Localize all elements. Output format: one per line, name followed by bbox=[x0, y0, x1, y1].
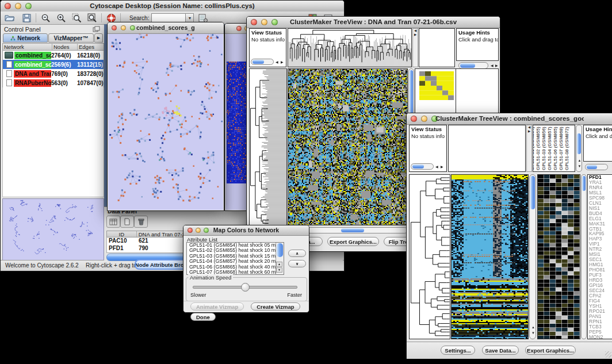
column-dendrogram-canvas[interactable] bbox=[288, 29, 411, 67]
close-button[interactable] bbox=[236, 26, 242, 31]
heatmap-vertical-scrollbar[interactable]: ▲ ▼ bbox=[529, 174, 536, 339]
zoom-heatmap-canvas[interactable] bbox=[538, 175, 580, 339]
minimize-button[interactable] bbox=[121, 25, 126, 30]
scroll-down-icon[interactable]: ▼ bbox=[531, 331, 535, 335]
column-dendrogram-panel[interactable] bbox=[288, 28, 412, 67]
zoom-button[interactable] bbox=[130, 25, 135, 30]
row-dendrogram-canvas[interactable] bbox=[410, 175, 450, 339]
resize-grip[interactable] bbox=[605, 351, 611, 358]
minimize-button[interactable] bbox=[261, 19, 267, 25]
new-attribute-icon[interactable] bbox=[120, 216, 134, 228]
column-nodes[interactable]: Nodes bbox=[52, 44, 78, 50]
table-view-icon[interactable] bbox=[106, 216, 120, 228]
heatmap-panel[interactable] bbox=[451, 174, 529, 339]
column-tree-panel[interactable] bbox=[448, 125, 526, 172]
column-scroll-arrows[interactable]: ◀▶ bbox=[412, 28, 418, 67]
column-network[interactable]: Network bbox=[3, 44, 52, 50]
main-title-bar[interactable]: Cytoscape Desktop (Session Name: collins… bbox=[1, 1, 344, 12]
float-panel-icon[interactable] bbox=[93, 26, 100, 32]
zoom-in-icon[interactable] bbox=[55, 13, 67, 24]
export-graphics-button[interactable]: Export Graphics... bbox=[327, 237, 379, 246]
attribute-listbox: GPL51-01 (GSM854) heat shock 05 minGPL51… bbox=[186, 242, 284, 275]
background-window-title-bar[interactable] bbox=[225, 24, 248, 34]
treeview1-title-bar[interactable]: ClusterMaker TreeView : DNA and Tran 07-… bbox=[247, 17, 500, 28]
close-button[interactable] bbox=[5, 3, 11, 9]
close-button[interactable] bbox=[112, 25, 117, 30]
scroll-right-icon[interactable]: ▶ bbox=[441, 165, 443, 168]
column-id[interactable]: ID bbox=[107, 231, 137, 237]
network-overview-panel[interactable] bbox=[2, 198, 104, 260]
dense-network-canvas[interactable] bbox=[225, 34, 247, 210]
open-folder-icon[interactable] bbox=[3, 13, 16, 24]
usage-hints-scrollbar[interactable] bbox=[585, 164, 608, 170]
scroll-up-icon[interactable]: ▲ bbox=[531, 325, 535, 329]
scroll-right-icon[interactable]: ▶ bbox=[495, 64, 498, 67]
row-dendrogram-panel[interactable] bbox=[249, 68, 287, 225]
speed-slider-thumb[interactable] bbox=[241, 283, 250, 292]
search-combobox[interactable]: ▼ bbox=[151, 13, 194, 22]
tab-vizmapper[interactable]: VizMapper™ bbox=[48, 33, 94, 43]
zoom-fit-icon[interactable] bbox=[86, 13, 98, 24]
minimize-button[interactable] bbox=[421, 116, 427, 122]
network-view-title-bar[interactable]: combined_scores_good.txt--cluste... bbox=[108, 22, 224, 34]
minimize-button[interactable] bbox=[15, 3, 21, 9]
row-dendrogram-panel[interactable] bbox=[409, 174, 450, 339]
move-down-button[interactable]: ∨ bbox=[288, 260, 306, 267]
column-edges[interactable]: Edges bbox=[78, 44, 104, 50]
network-list-row[interactable]: RNAPuberNov2+ 563(0) 107847(0) bbox=[3, 78, 104, 87]
dialog-button[interactable]: Done bbox=[190, 313, 216, 321]
correlation-matrix-canvas[interactable] bbox=[419, 71, 454, 100]
background-network-window[interactable] bbox=[224, 23, 248, 211]
scroll-up-icon[interactable]: ▲ bbox=[276, 262, 282, 267]
gene-list-scrollbar[interactable] bbox=[581, 174, 587, 339]
view-status-scrollbar[interactable] bbox=[251, 59, 274, 65]
search-input[interactable] bbox=[151, 13, 185, 22]
delete-attribute-trash-icon[interactable] bbox=[134, 216, 148, 228]
close-button[interactable] bbox=[251, 19, 257, 25]
minimize-button[interactable] bbox=[196, 228, 201, 233]
view-status-scrollbar[interactable] bbox=[411, 163, 434, 170]
dialog-button[interactable]: Create Vizmap bbox=[251, 302, 300, 311]
column-scroll-arrows[interactable]: ◀▶ bbox=[526, 125, 532, 172]
scroll-down-icon[interactable]: ▼ bbox=[276, 267, 282, 273]
export-graphics-button[interactable]: Export Graphics... bbox=[525, 346, 576, 355]
zoom-selected-icon[interactable] bbox=[70, 13, 83, 24]
heatmap-canvas[interactable] bbox=[452, 175, 528, 339]
treeview1-column-labels bbox=[419, 28, 455, 67]
network-list-row[interactable]: combined_scores 2764(0) 16218(0) bbox=[3, 51, 104, 60]
tab-overflow-arrow[interactable]: ▶ bbox=[94, 33, 103, 43]
chevron-down-icon[interactable]: ▼ bbox=[185, 13, 194, 22]
dialog-button[interactable]: Animate Vizmap bbox=[190, 302, 244, 311]
scroll-up-icon[interactable]: ▲ bbox=[578, 159, 582, 162]
tab-network[interactable]: Network bbox=[3, 33, 48, 43]
zoom-heatmap-panel[interactable] bbox=[537, 174, 580, 339]
close-button[interactable] bbox=[411, 116, 417, 122]
scroll-left-icon[interactable]: ◀ bbox=[276, 60, 278, 64]
gene-label[interactable]: MON2 bbox=[588, 335, 612, 339]
close-button[interactable] bbox=[188, 228, 193, 233]
zoom-out-icon[interactable] bbox=[39, 13, 52, 24]
save-data-button[interactable]: Save Data... bbox=[482, 346, 519, 355]
scroll-right-icon[interactable]: ▶ bbox=[281, 60, 284, 64]
dialog-title-bar[interactable]: Map Colors to Network bbox=[183, 225, 309, 236]
save-icon[interactable] bbox=[20, 13, 33, 24]
column-labels-scrollbar[interactable]: ▲ ▼ bbox=[576, 125, 582, 172]
tab-network-label: Network bbox=[17, 35, 40, 41]
network-overview-thumbnail[interactable] bbox=[3, 199, 104, 260]
zoom-button[interactable] bbox=[204, 228, 209, 233]
scroll-left-icon[interactable]: ◀ bbox=[491, 64, 494, 67]
settings-button[interactable]: Settings... bbox=[441, 346, 475, 355]
network-canvas[interactable] bbox=[108, 34, 223, 210]
list-vertical-scrollbar[interactable]: ▲ ▼ bbox=[276, 243, 284, 274]
heatmap-panel[interactable] bbox=[288, 68, 408, 225]
network-list-row[interactable]: combined_sco 2569(6) 13112(15) bbox=[3, 60, 104, 69]
heatmap-canvas[interactable] bbox=[288, 69, 407, 225]
scroll-left-icon[interactable]: ◀ bbox=[435, 165, 438, 168]
scroll-down-icon[interactable]: ▼ bbox=[578, 164, 582, 168]
treeview2-title-bar[interactable]: ClusterMaker TreeView : combined_scores_… bbox=[407, 113, 612, 125]
network-list-row[interactable]: DNA and Tran 07 769(0) 183728(0) bbox=[3, 69, 104, 78]
row-dendrogram-canvas[interactable] bbox=[250, 69, 286, 225]
main-window-title: Cytoscape Desktop (Session Name: collins… bbox=[29, 2, 315, 9]
network-table-header[interactable]: Network Nodes Edges bbox=[2, 43, 104, 51]
move-up-button[interactable]: ∧ bbox=[288, 250, 306, 257]
